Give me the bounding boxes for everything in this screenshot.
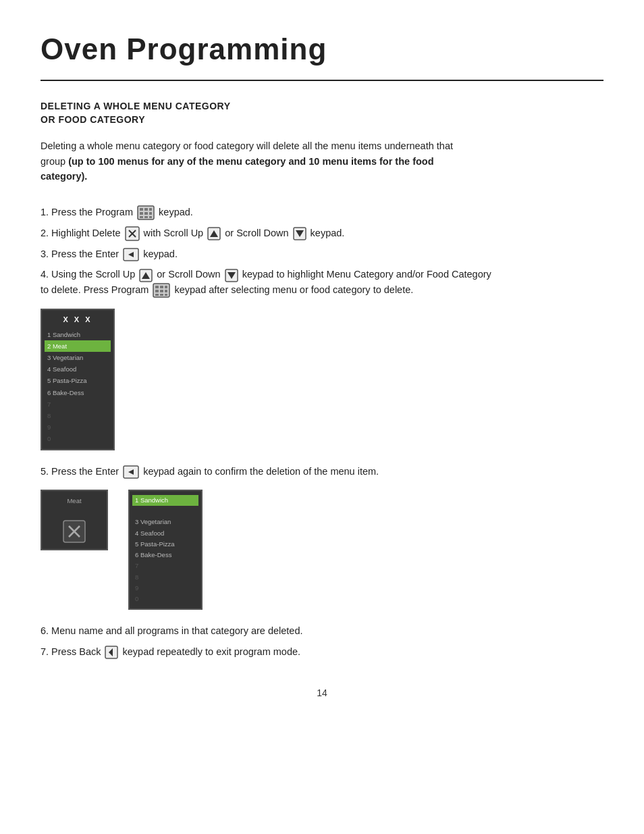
step-5: 5. Press the Enter keypad again to confi…: [41, 464, 500, 479]
step-4-text-after: keypad after selecting menu or food cate…: [174, 284, 413, 295]
screen-item-7: 7: [45, 398, 111, 410]
step-3-text-after: keypad.: [143, 249, 178, 259]
svg-rect-26: [165, 286, 167, 288]
screen-item-6: 6 Bake-Dess: [45, 387, 111, 398]
svg-rect-25: [160, 286, 163, 288]
screen2-item-5: 5 Pasta-Pizza: [132, 539, 198, 550]
step-4: 4. Using the Scroll Up or Scroll Down ke…: [41, 267, 500, 298]
svg-rect-24: [155, 286, 159, 288]
steps-container: 1. Press the Program keypad. 2. Highligh…: [41, 205, 603, 660]
svg-rect-9: [149, 216, 152, 218]
step-7-text-after: keypad repeatedly to exit program mode.: [123, 646, 301, 657]
step-4-text-mid: or Scroll Down: [157, 269, 223, 280]
section-title: DELETING A WHOLE MENU CATEGORY OR FOOD C…: [41, 100, 603, 126]
scroll-up-icon-2: [207, 227, 221, 240]
step-2: 2. Highlight Delete with Scroll Up or Sc…: [41, 226, 500, 241]
screen-item-9: 9: [45, 421, 111, 433]
screen2-item-3: 3 Vegetarian: [132, 517, 198, 527]
scroll-down-icon-4: [225, 269, 238, 282]
step-2-num: 2. Highlight Delete: [41, 228, 124, 238]
step-7: 7. Press Back keypad repeatedly to exit …: [41, 644, 500, 659]
svg-rect-29: [165, 290, 167, 292]
svg-rect-1: [140, 208, 143, 211]
svg-rect-7: [140, 216, 143, 218]
screen-right-display: 1 Sandwich 3 Vegetarian 4 Seafood 5 Past…: [128, 490, 203, 610]
screen2-item-6: 6 Bake-Dess: [132, 550, 198, 561]
program-icon-4: [153, 283, 170, 298]
back-icon-7: [105, 646, 118, 659]
svg-rect-5: [144, 212, 148, 215]
step-3-num: 3. Press the Enter: [41, 249, 122, 259]
screen-item-5: 5 Pasta-Pizza: [45, 375, 111, 386]
svg-rect-6: [149, 212, 152, 215]
title-divider: [41, 80, 603, 81]
screen2-item-4: 4 Seafood: [132, 528, 198, 539]
screen-item-1: 1 Sandwich: [45, 329, 111, 340]
delete-icon: [125, 226, 140, 241]
svg-rect-3: [149, 208, 152, 211]
screen-item-3: 3 Vegetarian: [45, 352, 111, 363]
svg-rect-32: [165, 294, 167, 296]
svg-rect-27: [155, 290, 159, 292]
screen-item-4: 4 Seafood: [45, 363, 111, 375]
page-number: 14: [41, 686, 603, 700]
step-1-text: keypad.: [159, 207, 193, 217]
screen-display-1: X X X 1 Sandwich 2 Meat 3 Vegetarian 4 S…: [41, 309, 115, 450]
screen2-item-7: 7: [132, 561, 198, 571]
enter-icon-3: [123, 248, 139, 261]
screen2-item-2: [132, 506, 198, 517]
svg-rect-8: [144, 216, 148, 218]
svg-rect-4: [140, 212, 143, 215]
screen2-item-9: 9: [132, 583, 198, 594]
screen-left-label: Meat: [46, 496, 103, 506]
intro-paragraph: Deleting a whole menu category or food c…: [41, 138, 473, 184]
screen-header-1: X X X: [45, 314, 111, 326]
step-5-num: 5. Press the Enter: [41, 466, 122, 477]
page-title: Oven Programming: [41, 27, 603, 72]
dual-screen-mockup: Meat 1 Sandwich 3 Vegetarian 4 Seafood 5…: [41, 490, 603, 610]
svg-rect-31: [160, 294, 163, 296]
screen2-item-1: 1 Sandwich: [132, 495, 198, 506]
step-1-num: 1. Press the Program: [41, 207, 136, 217]
step-2-text-mid: with Scroll Up: [144, 228, 207, 238]
screen-item-0: 0: [45, 433, 111, 444]
scroll-down-icon-2: [293, 227, 306, 240]
screen2-item-0: 0: [132, 594, 198, 604]
screen-item-8: 8: [45, 410, 111, 421]
svg-rect-28: [160, 290, 163, 292]
step-3: 3. Press the Enter keypad.: [41, 246, 500, 261]
screen-mockup-1: X X X 1 Sandwich 2 Meat 3 Vegetarian 4 S…: [41, 309, 603, 450]
screen2-item-8: 8: [132, 572, 198, 583]
step-4-num: 4. Using the Scroll Up: [41, 269, 138, 280]
step-2-text-mid2: or Scroll Down: [225, 228, 291, 238]
svg-rect-30: [155, 294, 159, 296]
screen-left-icon: [46, 519, 103, 544]
step-2-text-after: keypad.: [311, 228, 345, 238]
step-1: 1. Press the Program keypad.: [41, 205, 500, 220]
step-5-text-after: keypad again to confirm the deletion of …: [143, 466, 379, 477]
svg-rect-2: [144, 208, 148, 211]
scroll-up-icon-4: [139, 269, 153, 282]
screen-item-2: 2 Meat: [45, 340, 111, 352]
screen-left-display: Meat: [41, 490, 108, 550]
enter-icon-5: [123, 465, 139, 479]
step-7-num: 7. Press Back: [41, 646, 103, 657]
program-icon-1: [137, 205, 155, 220]
step-6: 6. Menu name and all programs in that ca…: [41, 623, 500, 638]
step-6-text: 6. Menu name and all programs in that ca…: [41, 625, 303, 636]
